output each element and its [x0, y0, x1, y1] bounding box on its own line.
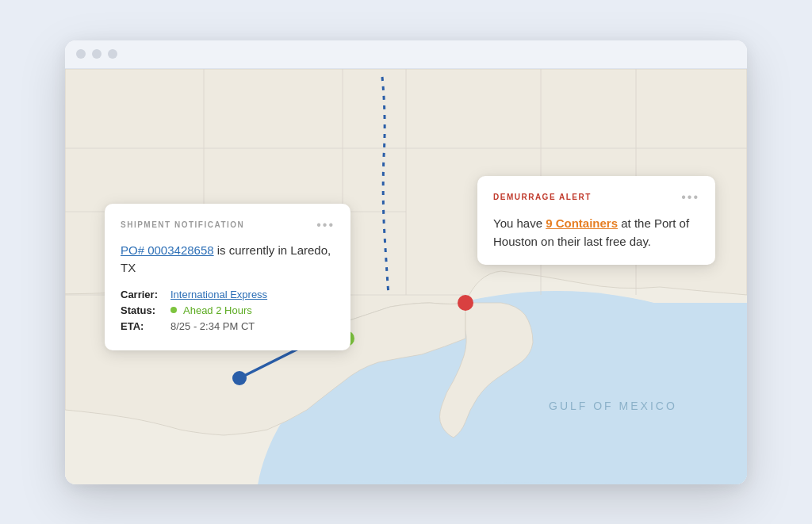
shipment-menu-button[interactable]: •••: [316, 218, 335, 232]
carrier-label: Carrier:: [121, 289, 164, 300]
status-value: Ahead 2 Hours: [183, 304, 252, 316]
browser-window: GULF OF MEXICO SHIPMENT NOTIFICATION •••…: [65, 40, 747, 484]
po-number-link[interactable]: PO# 0003428658: [121, 243, 214, 257]
eta-label: ETA:: [121, 320, 164, 332]
status-indicator-dot: [170, 307, 177, 313]
shipment-details: Carrier: International Express Status: A…: [121, 289, 335, 332]
card-header-demurrage: DEMURRAGE ALERT •••: [493, 190, 699, 205]
containers-link[interactable]: 9 Containers: [546, 216, 618, 230]
svg-text:GULF OF MEXICO: GULF OF MEXICO: [549, 400, 677, 412]
demurrage-card-body: You have 9 Containers at the Port of Hou…: [493, 214, 699, 251]
demurrage-card-label: DEMURRAGE ALERT: [493, 193, 592, 201]
shipment-card-label: SHIPMENT NOTIFICATION: [121, 220, 244, 229]
shipment-card-body: PO# 0003428658 is currently in Laredo, T…: [121, 242, 335, 277]
eta-value: 8/25 - 2:34 PM CT: [170, 320, 255, 332]
status-row: Status: Ahead 2 Hours: [121, 304, 335, 316]
demurrage-alert-card: DEMURRAGE ALERT ••• You have 9 Container…: [477, 176, 715, 266]
demurrage-menu-button[interactable]: •••: [681, 190, 699, 205]
carrier-row: Carrier: International Express: [121, 289, 335, 300]
browser-dot-green: [108, 49, 117, 59]
status-label: Status:: [121, 304, 164, 316]
browser-dot-yellow: [92, 49, 102, 59]
card-header-shipment: SHIPMENT NOTIFICATION •••: [121, 218, 335, 232]
shipment-notification-card: SHIPMENT NOTIFICATION ••• PO# 0003428658…: [105, 204, 350, 350]
carrier-link[interactable]: International Express: [170, 289, 267, 300]
marker-origin: [232, 371, 247, 385]
map-container: GULF OF MEXICO SHIPMENT NOTIFICATION •••…: [65, 69, 747, 484]
marker-destination: [458, 295, 473, 311]
demurrage-body-prefix: You have: [493, 216, 546, 230]
browser-dot-red: [76, 49, 86, 59]
browser-titlebar: [65, 40, 747, 69]
eta-row: ETA: 8/25 - 2:34 PM CT: [121, 320, 335, 332]
